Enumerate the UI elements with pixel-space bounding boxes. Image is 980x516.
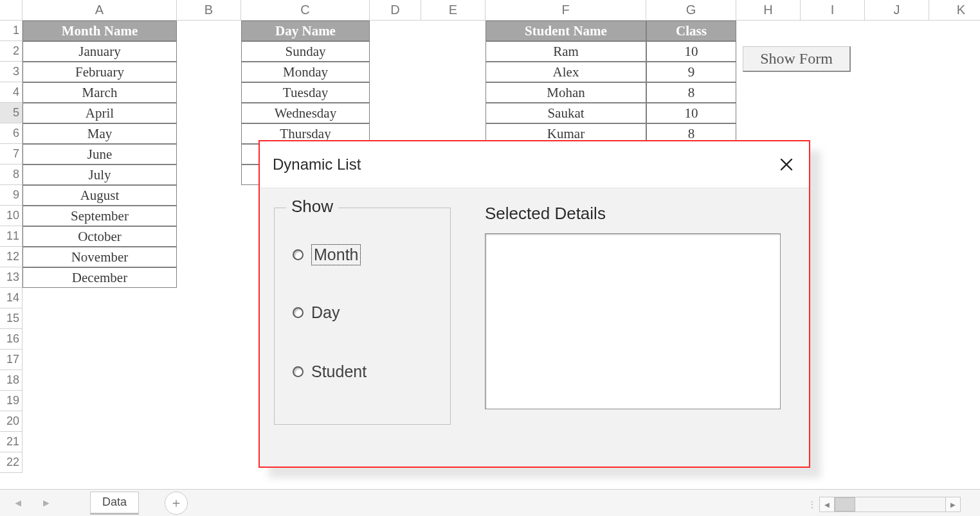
column-header-F[interactable]: F [485, 0, 646, 21]
scroll-track[interactable] [835, 497, 945, 512]
radio-day[interactable]: Day [293, 303, 340, 322]
cell-A2-month[interactable]: January [23, 41, 177, 62]
dialog-title: Dynamic List [273, 156, 361, 173]
cell-G2-class[interactable]: 10 [646, 41, 736, 62]
column-header-D[interactable]: D [370, 0, 421, 21]
column-header-I[interactable]: I [801, 0, 865, 21]
radio-dot-icon [293, 366, 304, 377]
cell-A3-month[interactable]: February [23, 62, 177, 82]
cell-G1-class-header[interactable]: Class [646, 21, 736, 41]
row-header-9[interactable]: 9 [0, 185, 23, 206]
scroll-thumb[interactable] [835, 497, 855, 512]
radio-dot-icon [293, 249, 304, 260]
row-header-1[interactable]: 1 [0, 21, 23, 41]
row-header-20[interactable]: 20 [0, 411, 23, 432]
row-header-10[interactable]: 10 [0, 206, 23, 226]
cell-F4-student[interactable]: Mohan [485, 82, 646, 103]
horizontal-scrollbar[interactable]: ◄ ► [819, 497, 961, 512]
cell-A11-month[interactable]: October [23, 226, 177, 247]
sheet-tab-bar: ◄ ► Data ＋ ⋮ ◄ ► [0, 489, 980, 516]
cell-F1-student-header[interactable]: Student Name [485, 21, 646, 41]
radio-dot-icon [293, 307, 304, 318]
cell-A10-month[interactable]: September [23, 206, 177, 226]
cell-A7-month[interactable]: June [23, 144, 177, 165]
radio-label-student: Student [311, 362, 367, 381]
row-header-14[interactable]: 14 [0, 288, 23, 308]
row-header-22[interactable]: 22 [0, 452, 23, 473]
scroll-right-icon[interactable]: ► [945, 497, 961, 512]
row-header-2[interactable]: 2 [0, 41, 23, 62]
chevron-left-icon[interactable]: ◄ [13, 497, 23, 509]
chevron-right-icon[interactable]: ► [41, 497, 51, 509]
groupbox-legend: Show [286, 197, 338, 217]
cell-G3-class[interactable]: 9 [646, 62, 736, 82]
show-form-button[interactable]: Show Form [743, 46, 851, 72]
cell-C2-day[interactable]: Sunday [241, 41, 370, 62]
cell-F2-student[interactable]: Ram [485, 41, 646, 62]
row-headers: 12345678910111213141516171819202122 [0, 21, 23, 473]
column-header-E[interactable]: E [421, 0, 485, 21]
cell-A13-month[interactable]: December [23, 267, 177, 288]
row-header-18[interactable]: 18 [0, 370, 23, 391]
column-header-K[interactable]: K [929, 0, 980, 21]
row-header-21[interactable]: 21 [0, 432, 23, 452]
row-header-8[interactable]: 8 [0, 165, 23, 185]
dynamic-list-dialog: Dynamic List Show MonthDayStudent Select… [259, 140, 810, 468]
cell-A6-month[interactable]: May [23, 123, 177, 144]
dialog-body: Show MonthDayStudent Selected Details [260, 188, 809, 467]
cell-G5-class[interactable]: 10 [646, 103, 736, 123]
cell-F3-student[interactable]: Alex [485, 62, 646, 82]
radio-label-month: Month [311, 244, 361, 265]
radio-month[interactable]: Month [293, 244, 361, 265]
cell-A12-month[interactable]: November [23, 247, 177, 267]
scroll-left-icon[interactable]: ◄ [819, 497, 835, 512]
cell-C3-day[interactable]: Monday [241, 62, 370, 82]
row-header-4[interactable]: 4 [0, 82, 23, 103]
column-header-B[interactable]: B [177, 0, 241, 21]
row-header-12[interactable]: 12 [0, 247, 23, 267]
row-header-19[interactable]: 19 [0, 391, 23, 411]
row-header-15[interactable]: 15 [0, 308, 23, 329]
sheet-tab-label: Data [102, 495, 127, 509]
row-header-7[interactable]: 7 [0, 144, 23, 165]
row-header-17[interactable]: 17 [0, 350, 23, 370]
cell-A4-month[interactable]: March [23, 82, 177, 103]
cell-G4-class[interactable]: 8 [646, 82, 736, 103]
row-header-16[interactable]: 16 [0, 329, 23, 350]
radio-student[interactable]: Student [293, 362, 367, 381]
column-header-H[interactable]: H [736, 0, 801, 21]
row-header-5[interactable]: 5 [0, 103, 23, 123]
cell-C1-day-header[interactable]: Day Name [241, 21, 370, 41]
close-icon[interactable] [777, 155, 796, 174]
add-sheet-button[interactable]: ＋ [165, 492, 188, 515]
tab-nav-arrows[interactable]: ◄ ► [0, 497, 64, 509]
column-headers: ABCDEFGHIJK [23, 0, 980, 21]
row-header-13[interactable]: 13 [0, 267, 23, 288]
show-groupbox: Show MonthDayStudent [274, 208, 451, 425]
dialog-titlebar[interactable]: Dynamic List [260, 141, 809, 188]
row-header-6[interactable]: 6 [0, 123, 23, 144]
sheet-tab-data[interactable]: Data [90, 492, 139, 515]
column-header-J[interactable]: J [865, 0, 929, 21]
plus-icon: ＋ [170, 494, 183, 512]
cell-A9-month[interactable]: August [23, 185, 177, 206]
cell-A1-month-header[interactable]: Month Name [23, 21, 177, 41]
tab-split-handle[interactable]: ⋮ [808, 499, 818, 510]
cell-C5-day[interactable]: Wednesday [241, 103, 370, 123]
select-all-corner[interactable] [0, 0, 23, 21]
cell-F5-student[interactable]: Saukat [485, 103, 646, 123]
selected-details-listbox[interactable] [485, 233, 781, 409]
spreadsheet-area: ABCDEFGHIJK 1234567891011121314151617181… [0, 0, 980, 489]
cell-A5-month[interactable]: April [23, 103, 177, 123]
row-header-3[interactable]: 3 [0, 62, 23, 82]
column-header-G[interactable]: G [646, 0, 736, 21]
selected-details-label: Selected Details [485, 204, 606, 224]
cell-A8-month[interactable]: July [23, 165, 177, 185]
show-form-label: Show Form [760, 50, 833, 67]
row-header-11[interactable]: 11 [0, 226, 23, 247]
radio-label-day: Day [311, 303, 340, 322]
column-header-A[interactable]: A [23, 0, 177, 21]
cell-C4-day[interactable]: Tuesday [241, 82, 370, 103]
column-header-C[interactable]: C [241, 0, 370, 21]
